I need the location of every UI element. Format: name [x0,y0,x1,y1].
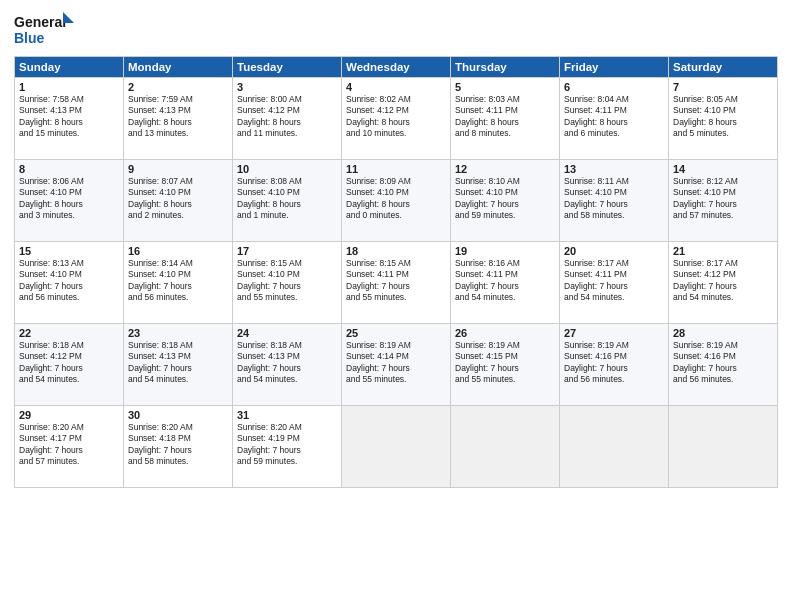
calendar-cell: 21Sunrise: 8:17 AMSunset: 4:12 PMDayligh… [669,242,778,324]
svg-text:General: General [14,14,66,30]
calendar-header-row: SundayMondayTuesdayWednesdayThursdayFrid… [15,57,778,78]
cell-content: Sunset: 4:10 PM [673,105,773,116]
calendar-row: 29Sunrise: 8:20 AMSunset: 4:17 PMDayligh… [15,406,778,488]
day-number: 11 [346,163,446,175]
day-number: 10 [237,163,337,175]
cell-content: Daylight: 7 hours [673,363,773,374]
cell-content: Sunset: 4:12 PM [346,105,446,116]
cell-content: Sunrise: 8:18 AM [128,340,228,351]
day-number: 4 [346,81,446,93]
cell-content: Sunrise: 8:18 AM [19,340,119,351]
cell-content: Sunset: 4:11 PM [455,269,555,280]
calendar-cell: 13Sunrise: 8:11 AMSunset: 4:10 PMDayligh… [560,160,669,242]
cell-content: Daylight: 7 hours [455,281,555,292]
cell-content: Sunrise: 8:00 AM [237,94,337,105]
cell-content: Sunrise: 8:06 AM [19,176,119,187]
day-header-thursday: Thursday [451,57,560,78]
cell-content: Daylight: 8 hours [346,199,446,210]
calendar-cell: 31Sunrise: 8:20 AMSunset: 4:19 PMDayligh… [233,406,342,488]
cell-content: Sunset: 4:12 PM [19,351,119,362]
cell-content: Sunrise: 7:59 AM [128,94,228,105]
cell-content: Daylight: 8 hours [237,117,337,128]
calendar-cell: 6Sunrise: 8:04 AMSunset: 4:11 PMDaylight… [560,78,669,160]
cell-content: Daylight: 8 hours [19,117,119,128]
cell-content: and 55 minutes. [346,374,446,385]
calendar-cell [451,406,560,488]
cell-content: Daylight: 7 hours [19,445,119,456]
cell-content: and 0 minutes. [346,210,446,221]
cell-content: Sunset: 4:11 PM [564,105,664,116]
cell-content: Daylight: 8 hours [128,199,228,210]
cell-content: Sunrise: 8:19 AM [564,340,664,351]
calendar-cell: 16Sunrise: 8:14 AMSunset: 4:10 PMDayligh… [124,242,233,324]
calendar-cell: 15Sunrise: 8:13 AMSunset: 4:10 PMDayligh… [15,242,124,324]
cell-content: Daylight: 7 hours [19,281,119,292]
calendar-cell: 8Sunrise: 8:06 AMSunset: 4:10 PMDaylight… [15,160,124,242]
cell-content: Sunrise: 8:19 AM [673,340,773,351]
cell-content: and 58 minutes. [564,210,664,221]
cell-content: Sunset: 4:10 PM [19,187,119,198]
cell-content: Sunset: 4:10 PM [564,187,664,198]
day-header-wednesday: Wednesday [342,57,451,78]
calendar-cell: 3Sunrise: 8:00 AMSunset: 4:12 PMDaylight… [233,78,342,160]
day-number: 18 [346,245,446,257]
cell-content: and 59 minutes. [237,456,337,467]
day-header-tuesday: Tuesday [233,57,342,78]
day-number: 5 [455,81,555,93]
cell-content: Daylight: 7 hours [19,363,119,374]
cell-content: Sunset: 4:12 PM [673,269,773,280]
cell-content: and 59 minutes. [455,210,555,221]
cell-content: and 54 minutes. [564,292,664,303]
cell-content: Sunset: 4:18 PM [128,433,228,444]
calendar-cell: 26Sunrise: 8:19 AMSunset: 4:15 PMDayligh… [451,324,560,406]
day-header-saturday: Saturday [669,57,778,78]
calendar-row: 1Sunrise: 7:58 AMSunset: 4:13 PMDaylight… [15,78,778,160]
cell-content: and 11 minutes. [237,128,337,139]
cell-content: Sunset: 4:10 PM [455,187,555,198]
cell-content: Sunrise: 8:18 AM [237,340,337,351]
cell-content: Sunrise: 8:09 AM [346,176,446,187]
cell-content: Sunrise: 8:20 AM [237,422,337,433]
cell-content: Sunrise: 8:15 AM [237,258,337,269]
logo: GeneralBlue [14,10,74,48]
day-number: 6 [564,81,664,93]
cell-content: Daylight: 8 hours [237,199,337,210]
cell-content: and 10 minutes. [346,128,446,139]
cell-content: Sunset: 4:13 PM [237,351,337,362]
calendar-cell: 1Sunrise: 7:58 AMSunset: 4:13 PMDaylight… [15,78,124,160]
cell-content: Sunrise: 8:13 AM [19,258,119,269]
cell-content: Daylight: 8 hours [455,117,555,128]
cell-content: and 3 minutes. [19,210,119,221]
calendar-cell: 12Sunrise: 8:10 AMSunset: 4:10 PMDayligh… [451,160,560,242]
cell-content: and 54 minutes. [19,374,119,385]
day-number: 19 [455,245,555,257]
calendar-cell: 20Sunrise: 8:17 AMSunset: 4:11 PMDayligh… [560,242,669,324]
cell-content: Sunset: 4:16 PM [673,351,773,362]
day-number: 3 [237,81,337,93]
day-number: 30 [128,409,228,421]
day-number: 12 [455,163,555,175]
cell-content: Daylight: 7 hours [673,281,773,292]
day-number: 23 [128,327,228,339]
cell-content: Daylight: 7 hours [237,281,337,292]
cell-content: and 54 minutes. [455,292,555,303]
calendar-row: 22Sunrise: 8:18 AMSunset: 4:12 PMDayligh… [15,324,778,406]
calendar-cell: 22Sunrise: 8:18 AMSunset: 4:12 PMDayligh… [15,324,124,406]
calendar-cell: 2Sunrise: 7:59 AMSunset: 4:13 PMDaylight… [124,78,233,160]
cell-content: and 55 minutes. [346,292,446,303]
calendar-cell: 10Sunrise: 8:08 AMSunset: 4:10 PMDayligh… [233,160,342,242]
cell-content: and 1 minute. [237,210,337,221]
cell-content: Sunrise: 8:15 AM [346,258,446,269]
cell-content: and 6 minutes. [564,128,664,139]
cell-content: and 57 minutes. [673,210,773,221]
cell-content: Sunrise: 8:11 AM [564,176,664,187]
cell-content: Sunrise: 8:17 AM [564,258,664,269]
cell-content: Sunset: 4:13 PM [19,105,119,116]
calendar-cell: 14Sunrise: 8:12 AMSunset: 4:10 PMDayligh… [669,160,778,242]
cell-content: Daylight: 7 hours [455,199,555,210]
cell-content: Daylight: 8 hours [673,117,773,128]
header: GeneralBlue [14,10,778,48]
calendar-table: SundayMondayTuesdayWednesdayThursdayFrid… [14,56,778,488]
day-number: 22 [19,327,119,339]
day-number: 17 [237,245,337,257]
